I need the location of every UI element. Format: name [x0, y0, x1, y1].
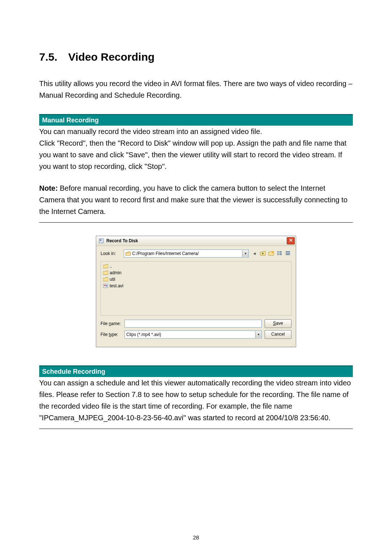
divider-1	[39, 222, 353, 223]
filename-input[interactable]	[124, 320, 262, 328]
folder-icon	[103, 264, 108, 268]
file-list[interactable]: .. admin util test.avi	[101, 261, 291, 316]
detail-view-button[interactable]	[284, 250, 291, 257]
up-one-level-button[interactable]	[259, 250, 266, 257]
file-name: util	[110, 277, 115, 282]
svg-rect-1	[100, 239, 101, 241]
resize-grip-icon: ⋰	[96, 344, 296, 347]
filetype-dropdown[interactable]: Clips (*.mp4 *.avi) ▾	[124, 331, 262, 339]
list-item[interactable]: util	[103, 276, 289, 283]
svg-marker-18	[103, 278, 108, 281]
svg-rect-10	[279, 251, 282, 252]
new-folder-icon	[268, 250, 274, 257]
arrow-left-icon: ◄	[252, 251, 257, 256]
svg-marker-17	[103, 271, 108, 275]
record-to-disk-dialog: Record To Disk ✕ Look in: C:/Program Fil…	[96, 236, 296, 347]
cancel-button[interactable]: Cancel	[265, 330, 291, 339]
list-item[interactable]: admin	[103, 270, 289, 276]
list-item[interactable]: test.avi	[103, 283, 289, 289]
svg-rect-8	[277, 253, 279, 254]
intro-paragraph: This utility allows you record the video…	[39, 78, 353, 101]
file-name: admin	[110, 270, 122, 275]
back-button[interactable]: ◄	[251, 250, 258, 257]
chevron-down-icon: ▾	[242, 250, 248, 257]
filetype-value: Clips (*.mp4 *.avi)	[126, 332, 161, 337]
file-name: ..	[110, 264, 112, 269]
svg-rect-15	[286, 254, 290, 255]
section-heading: 7.5.Video Recording	[39, 51, 353, 63]
schedule-recording-band: Schedule Recording	[39, 365, 353, 377]
detail-view-icon	[285, 250, 291, 257]
section-number: 7.5.	[39, 51, 68, 63]
file-name: test.avi	[110, 283, 123, 288]
save-button[interactable]: Save	[265, 319, 291, 328]
manual-note: Note: Before manual recording, you have …	[39, 182, 353, 217]
svg-rect-11	[279, 253, 282, 254]
new-folder-button[interactable]	[268, 250, 275, 257]
filetype-label: File type:	[101, 332, 122, 337]
close-button[interactable]: ✕	[287, 237, 295, 244]
schedule-paragraph: You can assign a schedule and let this v…	[39, 377, 353, 424]
svg-marker-3	[126, 253, 131, 255]
svg-marker-16	[103, 264, 108, 268]
note-text: Before manual recording, you have to cli…	[39, 184, 347, 215]
folder-icon	[103, 277, 108, 281]
app-icon	[98, 238, 104, 244]
list-view-button[interactable]	[276, 250, 283, 257]
svg-point-20	[104, 285, 106, 286]
video-file-icon	[103, 284, 108, 288]
folder-icon	[103, 271, 108, 275]
lookin-dropdown[interactable]: C:/Program Files/Internet Camera/ ▾	[124, 250, 249, 258]
svg-rect-12	[279, 254, 282, 255]
svg-rect-14	[286, 253, 290, 254]
chevron-down-icon: ▾	[255, 331, 261, 338]
folder-open-icon	[126, 251, 131, 256]
svg-rect-9	[277, 254, 279, 255]
svg-rect-7	[277, 251, 279, 252]
divider-2	[39, 429, 353, 429]
page-number: 28	[0, 534, 392, 540]
dialog-title: Record To Disk	[104, 238, 287, 243]
svg-rect-13	[286, 251, 290, 252]
folder-up-icon	[260, 250, 266, 257]
note-label: Note:	[39, 184, 58, 192]
lookin-label: Look in:	[101, 251, 122, 256]
lookin-value: C:/Program Files/Internet Camera/	[132, 251, 241, 256]
manual-recording-band: Manual Recording	[39, 114, 353, 126]
dialog-titlebar: Record To Disk ✕	[96, 236, 296, 246]
list-item[interactable]: ..	[103, 263, 289, 270]
manual-p2: Click "Record", then the "Record to Disk…	[39, 137, 353, 172]
section-title-text: Video Recording	[68, 51, 155, 63]
manual-p1: You can manually record the video stream…	[39, 126, 353, 137]
close-icon: ✕	[289, 238, 293, 243]
list-view-icon	[277, 250, 282, 257]
filename-label: File name:	[101, 321, 122, 326]
